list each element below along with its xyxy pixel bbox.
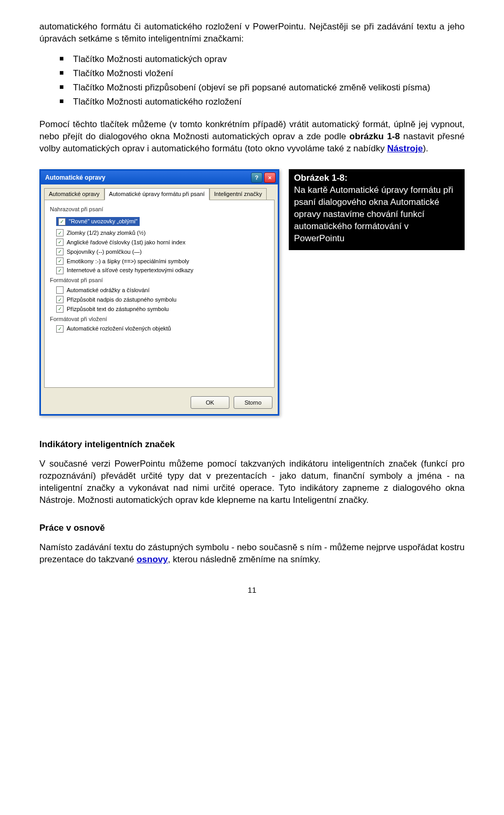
- group-format-typing: Formátovat při psaní: [50, 276, 269, 284]
- checkbox-row[interactable]: ✓Zlomky (1/2) znaky zlomků (½): [56, 229, 269, 237]
- list-item: Tlačítko Možnosti přizpůsobení (objeví s…: [59, 82, 465, 94]
- page-number: 11: [39, 585, 465, 595]
- link-nastroje[interactable]: Nástroje: [387, 143, 423, 153]
- checkbox-icon: ✓: [56, 325, 64, 333]
- dialog-tabs: Automatické opravy Automatické úpravy fo…: [41, 184, 278, 200]
- dialog-body: Nahrazovat při psaní ✓"Rovné" uvozovky „…: [44, 200, 275, 388]
- checkbox-icon: ✓: [56, 296, 64, 303]
- checkbox-icon: ✓: [56, 229, 64, 236]
- dialog-footer: OK Storno: [41, 391, 278, 414]
- checkbox-label: Zlomky (1/2) znaky zlomků (½): [67, 229, 145, 237]
- checkbox-label: "Rovné" uvozovky „oblými": [69, 218, 138, 225]
- checkbox-row[interactable]: ✓Přizpůsobit nadpis do zástupného symbol…: [56, 296, 269, 304]
- list-item: Tlačítko Možnosti vložení: [59, 68, 465, 80]
- ok-button[interactable]: OK: [191, 396, 229, 409]
- figure-ref: obrázku 1-8: [350, 131, 400, 141]
- intro-bullets: Tlačítko Možnosti automatických oprav Tl…: [59, 54, 465, 108]
- intro-paragraph-2: Pomocí těchto tlačítek můžeme (v tomto k…: [39, 119, 465, 155]
- text: , kterou následně změníme na snímky.: [168, 554, 321, 564]
- tab-smarttags[interactable]: Inteligentní značky: [209, 188, 267, 200]
- link-osnovy[interactable]: osnovy: [136, 554, 168, 564]
- checkbox-icon: ✓: [56, 248, 64, 255]
- outline-paragraph: Namísto zadávání textu do zástupných sym…: [39, 542, 465, 566]
- checkbox-label: Přizpůsobit nadpis do zástupného symbolu: [67, 296, 176, 304]
- checkbox-row[interactable]: ✓Přizpůsobit text do zástupného symbolu: [56, 305, 269, 313]
- checkbox-label: Emotikony :-) a šipky (==>) speciálními …: [67, 257, 189, 265]
- checkbox-row[interactable]: ✓Anglické řadové číslovky (1st) jako hor…: [56, 239, 269, 246]
- dialog-titlebar: Automatické opravy ? ×: [41, 171, 278, 184]
- help-button[interactable]: ?: [251, 172, 262, 183]
- caption-title: Obrázek 1-8:: [294, 173, 348, 183]
- checkbox-label: Automatické rozložení vložených objektů: [67, 325, 171, 333]
- checkbox-icon: ✓: [56, 257, 64, 265]
- close-button[interactable]: ×: [264, 172, 276, 183]
- checkbox-label: Přizpůsobit text do zástupného symbolu: [67, 305, 169, 313]
- dialog-title: Automatické opravy: [45, 173, 106, 182]
- heading-smarttag-indicators: Indikátory inteligentních značek: [39, 439, 465, 451]
- checkbox-label: Spojovníky (--) pomlčkou (—): [67, 248, 142, 256]
- checkbox-label: Anglické řadové číslovky (1st) jako horn…: [67, 239, 185, 246]
- cancel-button[interactable]: Storno: [234, 396, 272, 409]
- checkbox-row[interactable]: Automatické odrážky a číslování: [56, 286, 269, 294]
- checkbox-row[interactable]: ✓Automatické rozložení vložených objektů: [56, 325, 269, 333]
- smarttag-paragraph: V současné verzi PowerPointu můžeme pomo…: [39, 458, 465, 507]
- checkbox-icon: ✓: [56, 305, 64, 313]
- caption-text: Na kartě Automatické úpravy formátu při …: [294, 185, 453, 243]
- checkbox-row[interactable]: ✓Internetové a síťové cesty hypertextový…: [56, 266, 269, 274]
- checkbox-row[interactable]: ✓Spojovníky (--) pomlčkou (—): [56, 248, 269, 256]
- group-format-insert: Formátovat při vložení: [50, 315, 269, 323]
- group-replace: Nahrazovat při psaní: [50, 205, 269, 213]
- tab-autoformat[interactable]: Automatické úpravy formátu při psaní: [104, 188, 209, 200]
- figure-1-8: Automatické opravy ? × Automatické oprav…: [39, 169, 465, 416]
- checkbox-row[interactable]: ✓"Rovné" uvozovky „oblými": [56, 217, 140, 226]
- checkbox-row[interactable]: ✓Emotikony :-) a šipky (==>) speciálními…: [56, 257, 269, 265]
- checkbox-label: Automatické odrážky a číslování: [67, 286, 150, 294]
- list-item: Tlačítko Možnosti automatického rozložen…: [59, 96, 465, 108]
- tab-autocorrect[interactable]: Automatické opravy: [44, 188, 104, 200]
- checkbox-icon: ✓: [56, 267, 64, 274]
- figure-caption: Obrázek 1-8: Na kartě Automatické úpravy…: [289, 169, 465, 250]
- checkbox-icon: ✓: [56, 239, 64, 246]
- text: ).: [423, 143, 428, 153]
- autocorrect-dialog: Automatické opravy ? × Automatické oprav…: [39, 169, 279, 416]
- list-item: Tlačítko Možnosti automatických oprav: [59, 54, 465, 66]
- intro-paragraph-1: automatického formátu či automatického r…: [39, 21, 465, 45]
- checkbox-icon: [56, 286, 64, 294]
- heading-outline: Práce v osnově: [39, 522, 465, 534]
- checkbox-icon: ✓: [58, 218, 66, 225]
- checkbox-label: Internetové a síťové cesty hypertextovým…: [67, 266, 193, 274]
